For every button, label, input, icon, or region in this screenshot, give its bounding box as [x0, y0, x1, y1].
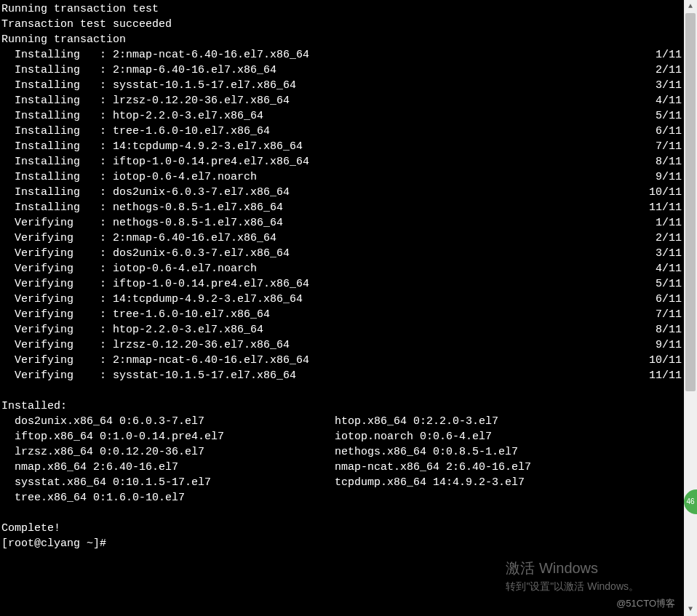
progress-counter: 4/11	[656, 93, 682, 108]
progress-counter: 7/11	[656, 307, 682, 322]
action-label: Installing	[15, 108, 100, 124]
installed-package: lrzsz.x86_64 0:0.12.20-36.el7	[15, 444, 335, 460]
installed-package: iotop.noarch 0:0.6-4.el7	[335, 429, 681, 444]
progress-counter: 10/11	[649, 353, 682, 368]
package-name: lrzsz-0.12.20-36.el7.x86_64	[113, 93, 290, 108]
package-action-line: Verifying:nethogs-0.8.5-1.el7.x86_641/11	[1, 215, 682, 231]
package-name: 2:nmap-6.40-16.el7.x86_64	[113, 63, 276, 78]
scroll-down-arrow[interactable]: ▼	[684, 603, 697, 616]
package-action-line: Verifying:14:tcpdump-4.9.2-3.el7.x86_646…	[1, 292, 682, 307]
installed-package: dos2unix.x86_64 0:6.0.3-7.el7	[15, 414, 335, 429]
package-action-line: Installing:14:tcpdump-4.9.2-3.el7.x86_64…	[1, 139, 682, 154]
progress-counter: 1/11	[656, 215, 682, 231]
progress-counter: 11/11	[649, 200, 682, 215]
status-line: Running transaction	[1, 32, 681, 47]
watermark-subtitle: 转到"设置"以激活 Windows。	[506, 580, 639, 594]
package-action-line: Verifying:iftop-1.0-0.14.pre4.el7.x86_64…	[1, 276, 682, 292]
complete-line: Complete!	[1, 521, 681, 536]
installed-header: Installed:	[1, 399, 681, 414]
package-action-line: Installing:2:nmap-ncat-6.40-16.el7.x86_6…	[1, 47, 682, 63]
action-label: Installing	[15, 154, 100, 169]
package-action-line: Installing:nethogs-0.8.5-1.el7.x86_6411/…	[1, 200, 682, 215]
action-label: Verifying	[15, 337, 100, 353]
shell-prompt[interactable]: [root@clyang ~]#	[1, 536, 681, 551]
action-label: Installing	[15, 93, 100, 108]
package-action-line: Verifying:htop-2.2.0-3.el7.x86_648/11	[1, 322, 682, 337]
progress-counter: 5/11	[656, 276, 682, 292]
package-name: nethogs-0.8.5-1.el7.x86_64	[113, 200, 283, 215]
action-label: Verifying	[15, 231, 100, 246]
blank-line	[1, 383, 681, 399]
installed-package: iftop.x86_64 0:1.0-0.14.pre4.el7	[15, 429, 335, 444]
blank-line	[1, 505, 681, 521]
progress-counter: 6/11	[656, 292, 682, 307]
windows-activation-watermark: 激活 Windows 转到"设置"以激活 Windows。	[506, 558, 639, 594]
progress-counter: 8/11	[656, 322, 682, 337]
package-name: 14:tcpdump-4.9.2-3.el7.x86_64	[113, 292, 303, 307]
package-action-line: Installing:tree-1.6.0-10.el7.x86_646/11	[1, 124, 682, 139]
package-action-line: Verifying:dos2unix-6.0.3-7.el7.x86_643/1…	[1, 246, 682, 261]
action-label: Verifying	[15, 261, 100, 276]
package-name: lrzsz-0.12.20-36.el7.x86_64	[113, 337, 290, 353]
action-label: Installing	[15, 78, 100, 93]
package-name: sysstat-10.1.5-17.el7.x86_64	[113, 78, 296, 93]
package-name: dos2unix-6.0.3-7.el7.x86_64	[113, 185, 290, 200]
package-name: 2:nmap-6.40-16.el7.x86_64	[113, 231, 276, 246]
package-action-line: Verifying:iotop-0.6-4.el7.noarch4/11	[1, 261, 682, 276]
package-name: 14:tcpdump-4.9.2-3.el7.x86_64	[113, 139, 303, 154]
installed-package: tree.x86_64 0:1.6.0-10.el7	[15, 490, 335, 505]
package-name: tree-1.6.0-10.el7.x86_64	[113, 307, 270, 322]
progress-counter: 3/11	[656, 246, 682, 261]
package-action-line: Installing:iftop-1.0-0.14.pre4.el7.x86_6…	[1, 154, 682, 169]
installed-package: sysstat.x86_64 0:10.1.5-17.el7	[15, 475, 335, 490]
package-action-line: Installing:htop-2.2.0-3.el7.x86_645/11	[1, 108, 682, 124]
package-name: 2:nmap-ncat-6.40-16.el7.x86_64	[113, 47, 309, 63]
package-name: sysstat-10.1.5-17.el7.x86_64	[113, 368, 296, 383]
action-label: Verifying	[15, 368, 100, 383]
progress-counter: 2/11	[656, 231, 682, 246]
installed-list: dos2unix.x86_64 0:6.0.3-7.el7htop.x86_64…	[1, 414, 681, 505]
action-label: Installing	[15, 47, 100, 63]
scroll-thumb[interactable]	[685, 13, 696, 391]
progress-counter: 3/11	[656, 78, 682, 93]
progress-counter: 4/11	[656, 261, 682, 276]
action-label: Verifying	[15, 276, 100, 292]
action-label: Installing	[15, 124, 100, 139]
package-name: tree-1.6.0-10.el7.x86_64	[113, 124, 270, 139]
action-label: Installing	[15, 139, 100, 154]
action-label: Verifying	[15, 292, 100, 307]
watermark-title: 激活 Windows	[506, 558, 639, 578]
blog-watermark: @51CTO博客	[616, 597, 675, 610]
package-name: htop-2.2.0-3.el7.x86_64	[113, 322, 263, 337]
installed-package: nmap.x86_64 2:6.40-16.el7	[15, 460, 335, 475]
package-name: htop-2.2.0-3.el7.x86_64	[113, 108, 263, 124]
installed-package: htop.x86_64 0:2.2.0-3.el7	[335, 414, 681, 429]
vertical-scrollbar[interactable]: ▲ ▼	[684, 0, 697, 616]
action-label: Installing	[15, 63, 100, 78]
scroll-up-arrow[interactable]: ▲	[684, 0, 697, 13]
package-action-line: Verifying:2:nmap-6.40-16.el7.x86_642/11	[1, 231, 682, 246]
progress-counter: 5/11	[656, 108, 682, 124]
progress-counter: 9/11	[656, 337, 682, 353]
progress-counter: 9/11	[656, 169, 682, 185]
action-label: Verifying	[15, 353, 100, 368]
action-label: Verifying	[15, 215, 100, 231]
package-action-line: Verifying:tree-1.6.0-10.el7.x86_647/11	[1, 307, 682, 322]
progress-counter: 7/11	[656, 139, 682, 154]
installed-package	[335, 490, 681, 505]
package-name: dos2unix-6.0.3-7.el7.x86_64	[113, 246, 290, 261]
action-label: Installing	[15, 200, 100, 215]
progress-counter: 11/11	[649, 368, 682, 383]
package-action-line: Verifying:2:nmap-ncat-6.40-16.el7.x86_64…	[1, 353, 682, 368]
action-label: Installing	[15, 169, 100, 185]
progress-counter: 2/11	[656, 63, 682, 78]
package-name: iotop-0.6-4.el7.noarch	[113, 169, 257, 185]
status-line: Transaction test succeeded	[1, 17, 681, 32]
action-label: Installing	[15, 185, 100, 200]
action-label: Verifying	[15, 246, 100, 261]
package-name: 2:nmap-ncat-6.40-16.el7.x86_64	[113, 353, 309, 368]
installed-package: nmap-ncat.x86_64 2:6.40-16.el7	[335, 460, 681, 475]
package-action-line: Installing:lrzsz-0.12.20-36.el7.x86_644/…	[1, 93, 682, 108]
terminal-output[interactable]: Running transaction test Transaction tes…	[0, 0, 682, 616]
package-action-line: Verifying:lrzsz-0.12.20-36.el7.x86_649/1…	[1, 337, 682, 353]
